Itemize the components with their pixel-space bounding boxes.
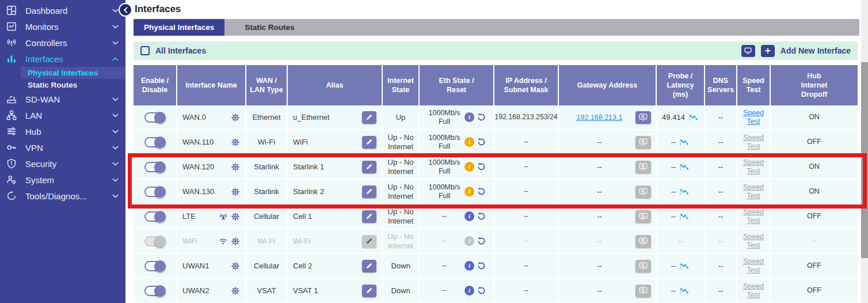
gateway-screen-magnifier-icon[interactable] (635, 260, 651, 272)
scrollbar-thumb[interactable] (861, 62, 868, 258)
cell-ip-address: -- (494, 279, 559, 302)
edit-alias-pencil-icon[interactable] (362, 210, 376, 223)
interface-settings-gear-icon[interactable] (231, 138, 240, 147)
sidebar-item-controllers[interactable]: Controllers (0, 35, 125, 51)
enable-toggle[interactable] (144, 211, 165, 222)
reset-circular-arrow-icon[interactable] (477, 187, 486, 196)
cell-probe-latency: -- (657, 229, 705, 253)
column-header-dns: DNS Servers (705, 65, 737, 105)
enable-toggle[interactable] (144, 261, 165, 271)
interface-settings-gear-icon[interactable] (231, 187, 240, 196)
sidebar-item-interfaces[interactable]: Interfaces (0, 51, 125, 67)
speed-test-link[interactable]: Speed Test (741, 183, 766, 200)
speed-test-link[interactable]: Speed Test (741, 233, 766, 250)
antenna-broadcast-icon (5, 37, 18, 48)
add-interface-button[interactable] (761, 45, 775, 57)
gateway-screen-magnifier-icon[interactable] (635, 136, 651, 149)
reset-circular-arrow-icon[interactable] (477, 237, 486, 245)
speed-test-link[interactable]: Speed Test (741, 109, 766, 126)
edit-alias-pencil-icon[interactable] (362, 161, 376, 173)
gateway-screen-magnifier-icon[interactable] (635, 161, 651, 173)
reset-circular-arrow-icon[interactable] (477, 286, 486, 295)
column-header-gateway: Gateway Address (559, 65, 657, 105)
latency-line-chart-icon[interactable] (679, 262, 690, 270)
reset-circular-arrow-icon[interactable] (477, 212, 486, 221)
speed-test-link[interactable]: Speed Test (741, 208, 766, 225)
info-circle-icon[interactable]: i (465, 211, 474, 221)
edit-alias-pencil-icon[interactable] (362, 185, 376, 198)
tab-physical-interfaces[interactable]: Physical Interfaces (134, 19, 224, 36)
edit-alias-pencil-icon[interactable] (362, 111, 376, 124)
cell-internet-state: Up - No Internet (383, 204, 420, 228)
latency-line-chart-icon[interactable] (679, 287, 690, 295)
info-circle-icon[interactable]: i (465, 236, 474, 246)
cell-enable (134, 130, 177, 154)
gateway-screen-magnifier-icon[interactable] (635, 185, 651, 198)
info-circle-icon[interactable]: i (465, 137, 474, 147)
cell-wan-lan-type: Starlink (246, 180, 288, 203)
info-circle-icon[interactable]: i (465, 112, 474, 122)
sidebar-item-tools-diagnostics[interactable]: Tools/Diagnos... (0, 188, 125, 204)
latency-line-chart-icon[interactable] (679, 138, 690, 146)
cell-alias: Cell 1 (288, 204, 383, 228)
enable-toggle[interactable] (144, 112, 165, 123)
sidebar-item-dashboard[interactable]: Dashboard (0, 2, 125, 18)
tab-static-routes[interactable]: Static Routes (224, 19, 314, 36)
interface-settings-gear-icon[interactable] (231, 262, 240, 271)
reset-circular-arrow-icon[interactable] (477, 113, 486, 122)
gateway-screen-magnifier-icon[interactable] (635, 235, 651, 248)
latency-line-chart-icon[interactable] (679, 188, 690, 196)
all-interfaces-checkbox[interactable] (140, 46, 150, 55)
sidebar-item-vpn[interactable]: VPN (0, 139, 125, 156)
info-circle-icon[interactable]: i (465, 261, 474, 271)
reset-circular-arrow-icon[interactable] (477, 262, 486, 270)
latency-line-chart-icon[interactable] (679, 163, 690, 171)
sidebar-item-static-routes[interactable]: Static Routes (21, 79, 125, 91)
sidebar-item-security[interactable]: Security (0, 156, 125, 172)
sidebar-item-lan[interactable]: LAN (0, 107, 125, 123)
gateway-screen-magnifier-icon[interactable] (635, 285, 651, 297)
gateway-screen-magnifier-icon[interactable] (635, 210, 651, 223)
interfaces-table: Enable / DisableInterface NameWAN / LAN … (134, 65, 858, 303)
edit-alias-pencil-icon[interactable] (362, 285, 376, 297)
info-circle-icon[interactable]: i (465, 187, 474, 196)
enable-toggle[interactable] (144, 137, 165, 147)
speed-test-link[interactable]: Speed Test (741, 134, 766, 151)
reset-circular-arrow-icon[interactable] (477, 162, 486, 171)
interface-settings-gear-icon[interactable] (231, 162, 240, 172)
speed-test-link[interactable]: Speed Test (741, 282, 766, 300)
cell-gateway: -- (559, 279, 657, 302)
sidebar-item-monitors[interactable]: Monitors (0, 18, 125, 35)
sidebar-collapse-button[interactable] (119, 3, 132, 17)
info-circle-icon[interactable]: i (465, 162, 474, 172)
vertical-scrollbar[interactable] (861, 0, 868, 303)
info-circle-icon[interactable]: i (465, 286, 474, 296)
sidebar-item-system[interactable]: System (0, 172, 125, 188)
interface-settings-gear-icon[interactable] (231, 212, 240, 221)
interface-settings-gear-icon[interactable] (231, 286, 240, 296)
cell-interface-name: WiFi (177, 229, 246, 253)
interface-settings-gear-icon[interactable] (231, 113, 240, 122)
enable-toggle[interactable] (144, 187, 165, 197)
edit-alias-pencil-icon[interactable] (362, 235, 376, 248)
latency-line-chart-icon[interactable] (688, 113, 699, 122)
enable-toggle[interactable] (144, 236, 165, 247)
cell-ip-address: -- (494, 180, 559, 203)
sidebar-item-physical-interfaces[interactable]: Physical Interfaces (21, 67, 125, 79)
sidebar-item-hub[interactable]: Hub (0, 123, 125, 139)
speed-test-link[interactable]: Speed Test (741, 257, 766, 275)
edit-alias-pencil-icon[interactable] (362, 136, 376, 149)
gateway-screen-magnifier-icon[interactable] (635, 111, 651, 124)
reset-circular-arrow-icon[interactable] (477, 138, 486, 146)
gateway-link[interactable]: 192.168.213.1 (577, 113, 623, 122)
speed-test-link[interactable]: Speed Test (741, 158, 766, 176)
monitor-view-button[interactable] (741, 45, 755, 57)
cell-alias: Starlink 2 (288, 180, 383, 203)
enable-toggle[interactable] (144, 286, 165, 296)
latency-line-chart-icon[interactable] (679, 213, 690, 221)
interface-settings-gear-icon[interactable] (231, 237, 240, 246)
sidebar-item-sd-wan[interactable]: SD-WAN (0, 91, 125, 107)
edit-alias-pencil-icon[interactable] (362, 260, 376, 272)
main-content: Interfaces Physical Interfaces Static Ro… (125, 0, 868, 303)
enable-toggle[interactable] (144, 162, 165, 172)
